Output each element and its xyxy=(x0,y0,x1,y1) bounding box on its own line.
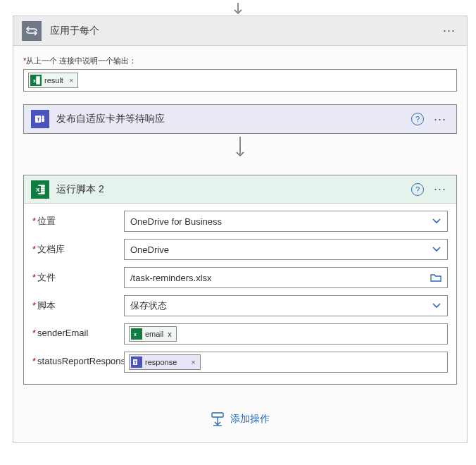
svg-rect-19 xyxy=(212,413,223,417)
svg-text:T: T xyxy=(37,116,40,123)
svg-text:x: x xyxy=(134,332,137,337)
file-picker[interactable]: /task-reminders.xlsx xyxy=(124,267,448,288)
excel-step-header[interactable]: X 运行脚本 2 ? ··· xyxy=(24,175,456,204)
status-field[interactable]: T response × xyxy=(124,352,448,373)
teams-step: T 发布自适应卡并等待响应 ? ··· xyxy=(23,104,457,134)
flow-arrow-top xyxy=(232,3,244,17)
foreach-container: 应用于每个 ··· *从上一个 连接中说明一个输出： x result × T … xyxy=(13,16,468,443)
output-selector-field[interactable]: x result × xyxy=(23,69,457,92)
token-response-remove[interactable]: × xyxy=(191,358,195,366)
excel-menu[interactable]: ··· xyxy=(431,182,449,197)
excel-icon: x xyxy=(30,75,42,86)
location-select[interactable]: OneDrive for Business xyxy=(124,211,448,232)
svg-text:x: x xyxy=(33,78,36,83)
excel-icon: X xyxy=(31,180,49,199)
foreach-menu[interactable]: ··· xyxy=(440,23,458,38)
sender-label: *senderEmail xyxy=(32,323,124,338)
add-action-icon xyxy=(211,411,225,427)
token-email-x: x xyxy=(168,330,172,338)
svg-rect-7 xyxy=(42,118,44,122)
token-result-remove[interactable]: × xyxy=(69,76,73,85)
teams-icon: T xyxy=(31,110,49,128)
status-label: *statusReportResponse xyxy=(32,352,124,366)
svg-text:X: X xyxy=(36,187,40,193)
library-select[interactable]: OneDrive xyxy=(124,239,448,260)
excel-step-title: 运行脚本 2 xyxy=(56,183,411,196)
foreach-header[interactable]: 应用于每个 ··· xyxy=(13,16,467,46)
teams-step-header[interactable]: T 发布自适应卡并等待响应 ? ··· xyxy=(24,105,456,133)
add-action-button[interactable]: 添加操作 xyxy=(23,411,457,427)
chevron-down-icon xyxy=(432,302,441,309)
teams-step-title: 发布自适应卡并等待响应 xyxy=(56,113,411,125)
script-label: *脚本 xyxy=(32,295,124,312)
sender-field[interactable]: x email x xyxy=(124,323,448,345)
flow-arrow-mid xyxy=(23,134,457,165)
teams-menu[interactable]: ··· xyxy=(431,112,449,127)
token-result[interactable]: x result × xyxy=(28,73,78,88)
excel-help-icon[interactable]: ? xyxy=(411,183,424,196)
token-response-label: response xyxy=(145,358,177,366)
chevron-down-icon xyxy=(432,218,441,225)
file-label: *文件 xyxy=(32,267,124,284)
script-select[interactable]: 保存状态 xyxy=(124,295,448,316)
token-response[interactable]: T response × xyxy=(129,354,201,370)
library-label: *文档库 xyxy=(32,239,124,256)
excel-step: X 运行脚本 2 ? ··· *位置 OneDrive for Business… xyxy=(23,175,457,385)
teams-icon: T xyxy=(131,356,142,368)
loop-icon xyxy=(22,21,42,41)
token-email-label: email xyxy=(145,330,163,338)
excel-icon: x xyxy=(131,328,142,340)
svg-point-6 xyxy=(42,116,44,118)
folder-icon xyxy=(430,273,441,282)
token-email[interactable]: x email x xyxy=(129,326,177,342)
location-label: *位置 xyxy=(32,211,124,228)
svg-rect-2 xyxy=(36,76,40,85)
token-result-label: result xyxy=(44,76,63,85)
svg-text:T: T xyxy=(134,360,137,365)
add-action-label: 添加操作 xyxy=(230,413,270,426)
teams-help-icon[interactable]: ? xyxy=(411,113,424,125)
output-selector-label: *从上一个 连接中说明一个输出： xyxy=(23,56,457,66)
chevron-down-icon xyxy=(432,246,441,253)
foreach-title: 应用于每个 xyxy=(50,25,440,37)
